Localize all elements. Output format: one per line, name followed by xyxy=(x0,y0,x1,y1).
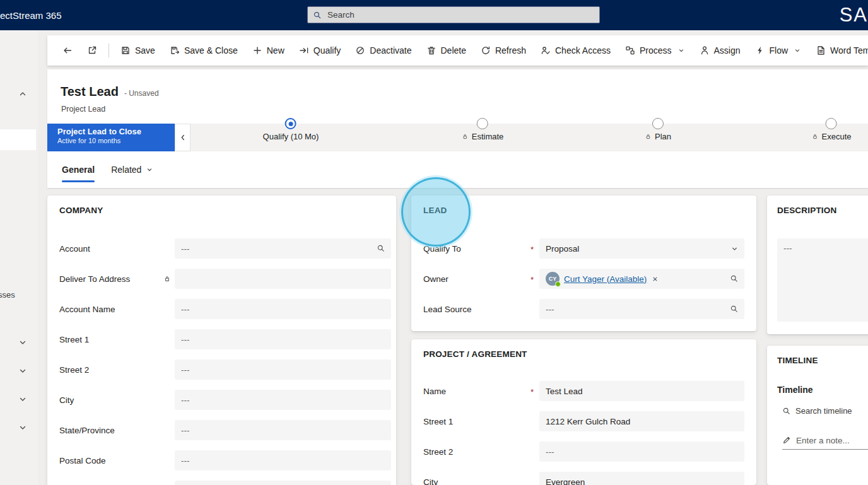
business-process-flow: Project Lead to Close Active for 10 mont… xyxy=(47,124,868,151)
search-icon xyxy=(313,11,322,20)
street2-input[interactable]: --- xyxy=(175,359,391,380)
presence-dot xyxy=(555,281,561,287)
field-row-postal-code: Postal Code --- xyxy=(59,450,391,470)
bpf-stage-plan[interactable]: Plan xyxy=(645,118,671,141)
bpf-stage-execute[interactable]: Execute xyxy=(812,118,852,141)
check-access-button[interactable]: Check Access xyxy=(534,40,617,61)
save-and-close-button[interactable]: Save & Close xyxy=(163,40,244,61)
back-icon xyxy=(62,45,73,56)
word-template-button[interactable]: Word Temp xyxy=(809,40,868,61)
chevron-down-icon[interactable] xyxy=(17,337,28,348)
owner-record-link[interactable]: Curt Yager (Available) xyxy=(564,274,647,284)
field-label-text: Lead Source xyxy=(423,305,472,314)
field-value: --- xyxy=(783,243,792,253)
field-row-lead-source: Lead Source --- xyxy=(423,299,744,319)
postal-code-input[interactable]: --- xyxy=(175,450,391,470)
account-name-input[interactable]: --- xyxy=(175,299,391,319)
lead-source-input[interactable]: --- xyxy=(539,299,744,319)
record-title: Test Lead xyxy=(61,85,119,99)
timeline-search-placeholder: Search timeline xyxy=(795,406,852,416)
field-row-state-province: State/Province --- xyxy=(59,420,391,440)
popout-button[interactable] xyxy=(81,40,103,61)
chevron-down-icon[interactable] xyxy=(730,245,739,253)
city-input[interactable]: Evergreen xyxy=(539,472,744,485)
field-value: Proposal xyxy=(546,244,579,254)
deliver-to-address-input[interactable] xyxy=(175,269,391,289)
tab-related[interactable]: Related xyxy=(111,151,153,188)
flow-button[interactable]: Flow xyxy=(749,40,808,61)
owner-input[interactable]: CY Curt Yager (Available) xyxy=(539,269,744,289)
collapse-stage-button[interactable] xyxy=(175,124,191,151)
stage-circle xyxy=(477,118,488,129)
lookup-icon[interactable] xyxy=(730,274,739,283)
back-button[interactable] xyxy=(56,40,79,61)
name-input[interactable]: Test Lead xyxy=(539,381,744,401)
lookup-icon[interactable] xyxy=(377,244,385,253)
section-title: COMPANY xyxy=(59,206,103,215)
field-label: Name* xyxy=(423,387,539,396)
deactivate-button[interactable]: Deactivate xyxy=(349,40,418,61)
qualify-button[interactable]: Qualify xyxy=(293,40,348,61)
timeline-note-input[interactable]: Enter a note... xyxy=(782,431,868,450)
section-title: LEAD xyxy=(423,206,447,215)
dismiss-icon[interactable] xyxy=(652,276,659,283)
timeline-heading: Timeline xyxy=(777,385,813,395)
save-and-close-label: Save & Close xyxy=(184,45,238,56)
field-label: Street 1 xyxy=(59,335,175,344)
sidebar-item-truncated[interactable]: sses xyxy=(0,290,15,300)
global-search-box[interactable] xyxy=(307,6,600,23)
refresh-icon xyxy=(481,45,491,56)
record-header: Test Lead - Unsaved Project Lead Project… xyxy=(47,69,868,188)
description-textarea[interactable]: --- xyxy=(777,238,868,322)
add-icon xyxy=(252,45,262,56)
tab-general-label: General xyxy=(62,165,95,175)
timeline-search[interactable]: Search timeline xyxy=(782,406,852,416)
delete-button[interactable]: Delete xyxy=(420,40,472,61)
search-icon xyxy=(782,407,791,416)
street1-input[interactable]: --- xyxy=(175,329,391,349)
chevron-down-icon[interactable] xyxy=(17,394,28,405)
field-row-account-name: Account Name --- xyxy=(59,299,391,319)
app-title[interactable]: ectStream 365 xyxy=(0,0,62,30)
assign-button[interactable]: Assign xyxy=(693,40,747,61)
refresh-button[interactable]: Refresh xyxy=(474,40,532,61)
clipped-input[interactable] xyxy=(175,481,391,485)
refresh-label: Refresh xyxy=(495,45,526,56)
active-stage-box[interactable]: Project Lead to Close Active for 10 mont… xyxy=(47,124,175,151)
stage-label-text: Qualify (10 Mo) xyxy=(263,132,319,141)
field-row-clipped xyxy=(59,481,391,485)
chevron-down-icon[interactable] xyxy=(17,365,28,377)
field-value: --- xyxy=(181,456,190,465)
new-button[interactable]: New xyxy=(246,40,291,61)
qualify-label: Qualify xyxy=(314,45,341,56)
check-access-icon xyxy=(541,45,551,56)
field-value: --- xyxy=(181,365,190,375)
lookup-icon[interactable] xyxy=(730,305,739,313)
city-input[interactable]: --- xyxy=(175,390,391,410)
field-value: --- xyxy=(546,447,554,457)
new-label: New xyxy=(267,45,284,56)
word-template-label: Word Temp xyxy=(830,45,868,56)
street1-input[interactable]: 1212 Kerr Gulch Road xyxy=(539,411,744,431)
account-input[interactable]: --- xyxy=(175,238,391,259)
field-label-text: City xyxy=(423,477,438,485)
field-label: City xyxy=(59,395,175,405)
lead-fields: Qualify To* Proposal Owner* CY Curt Yage… xyxy=(423,238,744,329)
stage-label: Plan xyxy=(645,132,671,141)
field-label-text: Street 2 xyxy=(59,365,89,375)
chevron-down-icon[interactable] xyxy=(17,422,28,433)
lead-section: LEAD Qualify To* Proposal Owner* CY Curt… xyxy=(411,196,756,331)
state-province-input[interactable]: --- xyxy=(175,420,391,440)
bpf-stage-qualify[interactable]: Qualify (10 Mo) xyxy=(263,118,319,141)
street2-input[interactable]: --- xyxy=(539,441,744,462)
save-button[interactable]: Save xyxy=(114,40,161,61)
tab-general[interactable]: General xyxy=(62,151,95,188)
qualify-to-select[interactable]: Proposal xyxy=(539,238,744,259)
bpf-stage-estimate[interactable]: Estimate xyxy=(462,118,504,141)
lock-icon xyxy=(163,275,171,283)
chevron-up-icon[interactable] xyxy=(17,88,28,100)
field-row-street2: Street 2 --- xyxy=(59,359,391,380)
field-row-street1: Street 1 1212 Kerr Gulch Road xyxy=(423,411,744,431)
search-input[interactable] xyxy=(326,9,594,20)
process-button[interactable]: Process xyxy=(619,40,691,61)
